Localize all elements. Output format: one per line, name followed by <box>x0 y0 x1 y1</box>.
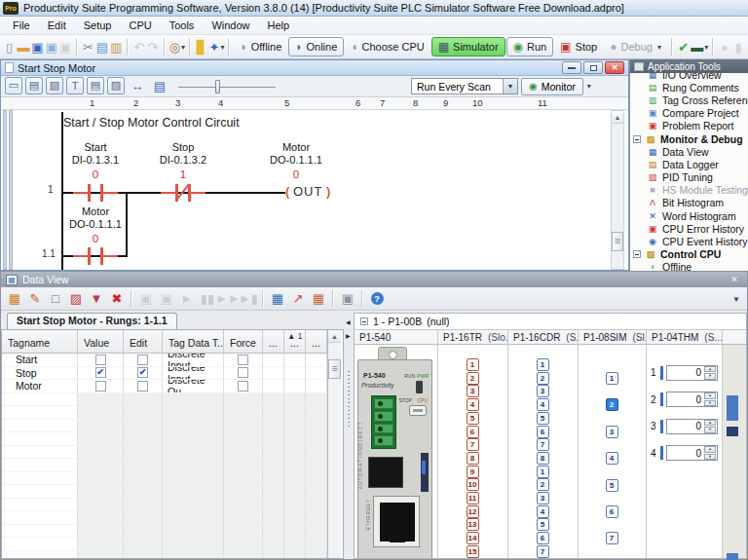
sidebar-item-bit-histogram[interactable]: ΛBit Histogram <box>630 197 748 209</box>
tab-start-stop-motor[interactable]: Start Stop Motor - Rungs: 1-1.1 <box>7 313 177 329</box>
sidebar-item-word-histogram[interactable]: ✕Word Histogram <box>630 209 748 222</box>
column-header-force[interactable]: Force <box>224 330 263 353</box>
new-selection-icon[interactable]: □ <box>46 289 65 309</box>
collapse-icon[interactable] <box>360 317 368 325</box>
p1-16tr-point-2[interactable]: 2 <box>467 372 479 385</box>
monitor-button[interactable]: ◉ Monitor <box>521 78 583 95</box>
p1-16tr-point-3[interactable]: 3 <box>467 385 479 397</box>
p1-16cdr-point-4[interactable]: 4 <box>537 398 549 411</box>
ladder-window-titlebar[interactable]: Start Stop Motor ✕ <box>1 60 628 76</box>
p1-16cdr-point-1[interactable]: 1 <box>537 358 549 371</box>
help-icon[interactable]: ? <box>367 289 387 309</box>
sidebar-item-i-o-overview[interactable]: ▦I/O Overview <box>630 73 748 81</box>
page-setup-icon[interactable]: ▤ <box>150 77 169 96</box>
simulator-button[interactable]: ▦Simulator <box>431 37 505 56</box>
dropdown-arrow[interactable]: ▾ <box>181 43 185 52</box>
copy-icon[interactable]: ▤ <box>95 37 108 56</box>
edit-tags-icon[interactable]: ✎ <box>25 289 45 309</box>
scroll-up-icon[interactable]: ▲ <box>612 111 623 124</box>
force-checkbox-motor[interactable] <box>238 381 248 392</box>
p1-08sim-point-5[interactable]: 5 <box>606 479 618 492</box>
add-tags-icon[interactable]: ▦ <box>5 289 24 309</box>
view-ladder-icon[interactable]: ▭ <box>5 77 22 94</box>
online-button[interactable]: ◗Online <box>288 37 344 56</box>
transfer-project-icon[interactable]: ▬▾ <box>691 37 708 56</box>
p1-16tr-point-10[interactable]: 10 <box>467 478 479 491</box>
p1-08sim-point-4[interactable]: 4 <box>606 452 618 465</box>
p1-08sim-point-2[interactable]: 2 <box>606 398 618 411</box>
table-vertical-scrollbar[interactable]: ▲ ☰ <box>327 330 341 558</box>
tagname-cell[interactable]: Stop <box>2 367 78 381</box>
discard-writes-icon[interactable]: ▨ <box>66 289 86 309</box>
sidebar-item-data-logger[interactable]: ▤Data Logger <box>630 158 748 170</box>
dropdown-arrow[interactable]: ▾ <box>704 43 708 52</box>
write-edits-icon[interactable]: ▼ <box>87 289 106 309</box>
cut-icon[interactable]: ✂ <box>82 37 94 56</box>
sidebar-item-monitor-debug[interactable]: ▨Monitor & Debug <box>630 132 748 145</box>
p1-16cdr-point-2[interactable]: 2 <box>537 372 549 385</box>
stop-contact[interactable] <box>161 184 206 203</box>
spin-down-icon[interactable]: ▼ <box>704 373 716 380</box>
column-header-extra[interactable]: ... <box>306 330 327 353</box>
fit-screen-icon[interactable]: ✦▾ <box>208 37 224 56</box>
p1-16tr-point-9[interactable]: 9 <box>467 466 479 478</box>
p1-16tr-point-5[interactable]: 5 <box>467 412 479 425</box>
sidebar-item-compare-project[interactable]: ▣Compare Project <box>630 107 748 120</box>
monitor-dropdown-arrow[interactable]: ▾ <box>587 82 591 91</box>
p1-16tr-point-1[interactable]: 1 <box>467 358 479 371</box>
find-icon[interactable]: ◎▾ <box>169 37 185 56</box>
column-header-edit[interactable]: Edit <box>124 330 163 353</box>
p1-16tr-point-4[interactable]: 4 <box>467 398 479 411</box>
force-checkbox-stop[interactable] <box>238 367 248 378</box>
tagname-cell[interactable]: Start <box>2 354 78 367</box>
p1-16cdr-point-6[interactable]: 6 <box>537 426 549 438</box>
data-view-titlebar[interactable]: ▦ Data View ✕ <box>1 272 747 287</box>
p1-16tr-point-6[interactable]: 6 <box>467 426 479 438</box>
sidebar-item-pid-tuning[interactable]: ▧PID Tuning <box>630 171 748 184</box>
grid-view-icon[interactable]: ▦ <box>268 289 287 309</box>
column-header-tag-data-t-[interactable]: Tag Data T... <box>163 330 224 353</box>
p1-16cdr-point-9[interactable]: 1 <box>537 466 549 478</box>
debug-button[interactable]: ●Debug▾ <box>604 37 667 56</box>
spin-up-icon[interactable]: ▲ <box>704 446 716 453</box>
offline-button[interactable]: ◗Offline <box>234 37 287 56</box>
value-checkbox-motor[interactable] <box>95 381 106 392</box>
value-checkbox-start[interactable] <box>95 355 106 365</box>
pan-horizontal-icon[interactable]: ↔ <box>128 77 147 96</box>
sidebar-item-tag-cross-reference[interactable]: ▥Tag Cross Reference <box>630 93 748 106</box>
p1-16cdr-point-13[interactable]: 5 <box>537 518 549 531</box>
p1-16cdr-point-11[interactable]: 3 <box>537 492 549 504</box>
rung-comment[interactable]: Start / Stop Motor Control Circuit <box>63 116 240 130</box>
spin-up-icon[interactable]: ▲ <box>704 366 716 373</box>
p1-16cdr-point-5[interactable]: 5 <box>537 412 549 425</box>
edit-checkbox-stop[interactable]: ✔ <box>137 367 148 378</box>
ladder-vertical-scrollbar[interactable]: ▲ ☰ <box>611 110 624 270</box>
menu-window[interactable]: Window <box>203 18 258 33</box>
options-icon[interactable]: ▣ <box>338 289 357 309</box>
sidebar-item-cpu-error-history[interactable]: ▣CPU Error History <box>630 222 748 235</box>
zoom-slider[interactable] <box>178 79 276 94</box>
save-as-icon[interactable]: ▣ <box>45 37 57 56</box>
validate-project-icon[interactable]: ✔ <box>677 37 690 56</box>
tabular-view-icon[interactable]: ▦ <box>309 289 328 309</box>
scrollbar-thumb[interactable]: ☰ <box>328 359 341 379</box>
p1-16tr-point-15[interactable]: 15 <box>467 545 479 558</box>
dropdown-arrow[interactable]: ▾ <box>657 43 661 52</box>
column-header-extra[interactable]: ... <box>263 330 284 353</box>
p1-16cdr-point-14[interactable]: 6 <box>537 532 549 544</box>
collapse-left-icon[interactable]: ◀ <box>346 318 351 325</box>
stop-button[interactable]: ▣Stop <box>554 37 603 56</box>
p1-16tr-point-14[interactable]: 14 <box>467 532 479 544</box>
view-tags-icon[interactable]: ▧ <box>46 77 63 94</box>
save-project-icon[interactable]: ▣ <box>31 37 44 56</box>
task-select[interactable]: Run Every Scan ▼ <box>411 78 518 94</box>
spin-down-icon[interactable]: ▼ <box>704 454 716 461</box>
sidebar-item-cpu-event-history[interactable]: ◉CPU Event History <box>630 235 748 247</box>
start-contact[interactable] <box>73 184 118 203</box>
sidebar-item-hs-module-testing[interactable]: ■HS Module Testing <box>630 184 748 197</box>
p1-16cdr-point-15[interactable]: 7 <box>537 545 549 558</box>
scrollbar-thumb[interactable]: ☰ <box>612 232 623 251</box>
menu-edit[interactable]: Edit <box>39 18 75 33</box>
collapse-icon[interactable] <box>633 135 641 143</box>
spin-down-icon[interactable]: ▼ <box>704 400 716 407</box>
